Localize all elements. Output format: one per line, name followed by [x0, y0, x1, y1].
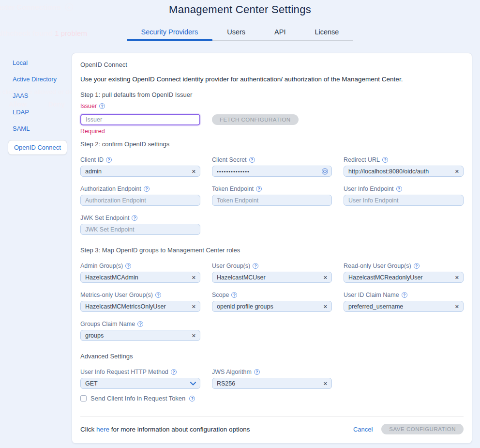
field-authorization-endpoint: Authorization Endpoint ? [80, 185, 200, 206]
step1-text: Step 1: pull defaults from OpenID Issuer [80, 91, 464, 98]
field-token-endpoint: Token Endpoint ? [212, 185, 332, 206]
clear-icon[interactable]: ✕ [455, 169, 459, 174]
help-icon[interactable]: ? [382, 157, 388, 163]
field-metrics-groups: Metrics-only User Group(s) ? ✕ [80, 291, 200, 312]
help-icon[interactable]: ? [99, 103, 105, 109]
clear-icon[interactable]: ✕ [192, 275, 196, 280]
sidebar-item-local[interactable]: Local [0, 58, 72, 68]
help-icon[interactable]: ? [231, 292, 237, 298]
eye-icon[interactable] [322, 168, 328, 174]
help-icon[interactable]: ? [106, 157, 112, 163]
clear-icon[interactable]: ✕ [323, 304, 328, 309]
help-icon[interactable]: ? [402, 292, 407, 298]
help-icon[interactable]: ? [155, 292, 161, 298]
sidebar-item-jaas[interactable]: JAAS [0, 91, 72, 101]
field-user-groups: User Group(s) ? ✕ [212, 262, 332, 283]
help-icon[interactable]: ? [414, 263, 420, 269]
user-id-claim-input[interactable] [344, 301, 464, 312]
help-icon[interactable]: ? [171, 369, 177, 375]
more-info-link[interactable]: here [96, 426, 109, 433]
field-readonly-groups: Read-only User Group(s) ? ✕ [344, 262, 464, 283]
clear-icon[interactable]: ✕ [455, 304, 459, 309]
chevron-down-icon[interactable] [190, 382, 196, 386]
fetch-configuration-button[interactable]: FETCH CONFIGURATION [212, 114, 299, 125]
jwk-set-endpoint-input[interactable] [80, 224, 200, 235]
issuer-required-message: Required [80, 128, 464, 135]
tab-users[interactable]: Users [212, 28, 260, 40]
clear-icon[interactable]: ✕ [192, 333, 196, 338]
user-groups-input[interactable] [212, 272, 332, 283]
groups-claim-input[interactable] [80, 330, 200, 341]
http-method-select[interactable]: GET [80, 378, 200, 389]
help-icon[interactable]: ? [256, 186, 262, 192]
issuer-label: Issuer ? [80, 102, 464, 110]
field-groups-claim: Groups Claim Name ? ✕ [80, 320, 200, 341]
settings-tabs: Security Providers Users API License [127, 28, 354, 41]
help-icon[interactable]: ? [189, 396, 195, 402]
help-icon[interactable]: ? [125, 263, 131, 269]
clear-icon[interactable]: ✕ [323, 381, 328, 386]
panel-description: Use your existing OpenID Connect identit… [80, 76, 464, 83]
clear-icon[interactable]: ✕ [455, 275, 459, 280]
send-client-info-checkbox[interactable] [80, 395, 87, 402]
send-client-info-label: Send Client Info in Request Token [90, 395, 185, 402]
sidebar-item-saml[interactable]: SAML [0, 124, 72, 134]
security-providers-sidebar: Local Active Directory JAAS LDAP SAML Op… [0, 53, 72, 155]
send-client-info-row: Send Client Info in Request Token ? [80, 395, 464, 402]
token-endpoint-input[interactable] [212, 195, 332, 206]
page-title: Management Center Settings [0, 0, 480, 16]
sidebar-item-ldap[interactable]: LDAP [0, 107, 72, 117]
clear-icon[interactable]: ✕ [192, 169, 196, 174]
field-redirect-url: Redirect URL ? ✕ [344, 156, 464, 177]
step2-text: Step 2: confirm OpenID settings [80, 140, 464, 148]
save-configuration-button[interactable]: SAVE CONFIGURATION [381, 424, 464, 434]
step3-text: Step 3: Map OpenID groups to Management … [80, 247, 464, 254]
advanced-settings-heading: Advanced Settings [80, 353, 464, 360]
tab-license[interactable]: License [300, 28, 353, 40]
client-secret-input[interactable] [212, 166, 332, 177]
field-user-id-claim: User ID Claim Name ? ✕ [344, 291, 464, 312]
field-jws-algorithm: JWS Algorithm ? ✕ [212, 368, 332, 389]
metrics-groups-input[interactable] [80, 301, 200, 312]
clear-icon[interactable]: ✕ [192, 304, 196, 309]
clear-icon[interactable]: ✕ [323, 275, 328, 280]
issuer-input[interactable] [80, 114, 200, 125]
redirect-url-input[interactable] [344, 166, 464, 177]
field-client-secret: Client Secret ? [212, 156, 332, 177]
help-icon[interactable]: ? [144, 186, 150, 192]
help-icon[interactable]: ? [132, 215, 137, 221]
field-client-id: Client ID ? ✕ [80, 156, 200, 177]
sidebar-item-openid-connect[interactable]: OpenID Connect [0, 140, 72, 155]
admin-groups-input[interactable] [80, 272, 200, 283]
field-user-info-endpoint: User Info Endpoint ? [344, 185, 464, 206]
footer-info-text: Click here for more information about co… [80, 426, 250, 433]
panel-heading: OpenID Connect [80, 61, 464, 68]
field-jwk-set-endpoint: JWK Set Endpoint ? [80, 214, 200, 235]
field-http-method: User Info Request HTTP Method ? GET [80, 368, 200, 389]
readonly-groups-input[interactable] [344, 272, 464, 283]
field-scope: Scope ? ✕ [212, 291, 332, 312]
cancel-button[interactable]: Cancel [353, 426, 373, 433]
jws-algorithm-input[interactable] [212, 378, 332, 389]
authorization-endpoint-input[interactable] [80, 195, 200, 206]
sidebar-item-active-directory[interactable]: Active Directory [0, 74, 72, 84]
field-admin-groups: Admin Group(s) ? ✕ [80, 262, 200, 283]
help-icon[interactable]: ? [137, 321, 143, 327]
help-icon[interactable]: ? [249, 157, 255, 163]
openid-connect-panel: OpenID Connect Use your existing OpenID … [72, 53, 472, 444]
help-icon[interactable]: ? [254, 369, 260, 375]
tab-security-providers[interactable]: Security Providers [127, 28, 213, 40]
help-icon[interactable]: ? [396, 186, 402, 192]
user-info-endpoint-input[interactable] [344, 195, 464, 206]
tab-api[interactable]: API [260, 28, 300, 40]
scope-input[interactable] [212, 301, 332, 312]
client-id-input[interactable] [80, 166, 200, 177]
help-icon[interactable]: ? [253, 263, 258, 269]
